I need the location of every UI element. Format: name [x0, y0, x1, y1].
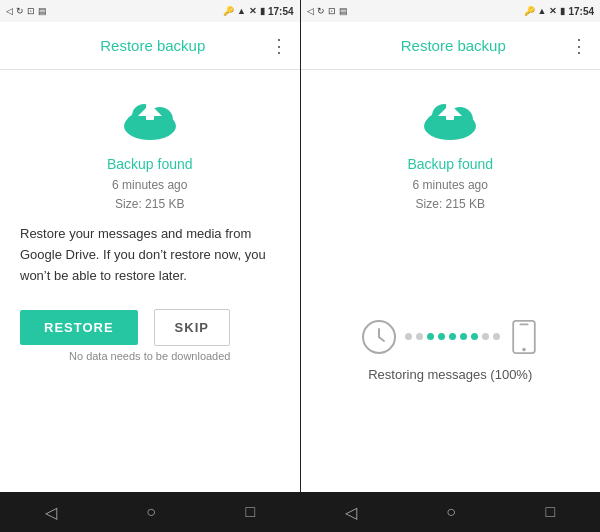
dot-4 [438, 333, 445, 340]
right-backup-size: Size: 215 KB [413, 195, 488, 214]
left-no-download-label: No data needs to be downloaded [20, 350, 280, 370]
right-refresh-icon: ↻ [317, 6, 325, 16]
left-actions: RESTORE SKIP [20, 297, 280, 350]
left-app-bar: Restore backup ⋮ [0, 22, 300, 70]
back-nav-icon: ◁ [6, 6, 13, 16]
right-back-nav[interactable]: ◁ [345, 503, 357, 522]
dot-2 [416, 333, 423, 340]
restore-button[interactable]: RESTORE [20, 310, 138, 345]
dot-3 [427, 333, 434, 340]
right-backup-found-label: Backup found [407, 156, 493, 172]
left-menu-icon[interactable]: ⋮ [270, 35, 288, 57]
signal-off-icon: ✕ [249, 6, 257, 16]
left-backup-found-label: Backup found [107, 156, 193, 172]
left-cloud-upload-icon [120, 94, 180, 144]
restoring-text: Restoring messages (100%) [368, 367, 532, 382]
left-backup-time: 6 minutes ago [112, 176, 187, 195]
right-cloud-upload-icon [420, 94, 480, 144]
dot-8 [482, 333, 489, 340]
left-phone-screen: ◁ ↻ ⊡ ▤ 🔑 ▲ ✕ ▮ 17:54 Restore backup ⋮ [0, 0, 300, 492]
history-icon [361, 319, 397, 355]
left-cloud-icon-wrap [120, 94, 180, 148]
left-back-nav[interactable]: ◁ [45, 503, 57, 522]
key-icon: 🔑 [223, 6, 234, 16]
right-key-icon: 🔑 [524, 6, 535, 16]
phone-icon: ▤ [38, 6, 47, 16]
image-icon: ⊡ [27, 6, 35, 16]
battery-icon: ▮ [260, 6, 265, 16]
right-content: Backup found 6 minutes ago Size: 215 KB [301, 70, 601, 492]
dot-6 [460, 333, 467, 340]
dot-7 [471, 333, 478, 340]
left-content: Backup found 6 minutes ago Size: 215 KB … [0, 70, 300, 492]
right-progress-row [361, 319, 540, 355]
left-recent-nav[interactable]: □ [246, 503, 256, 521]
right-home-nav[interactable]: ○ [446, 503, 456, 521]
left-home-nav[interactable]: ○ [146, 503, 156, 521]
left-status-bar: ◁ ↻ ⊡ ▤ 🔑 ▲ ✕ ▮ 17:54 [0, 0, 300, 22]
right-phone-icon: ▤ [339, 6, 348, 16]
right-phone-screen: ◁ ↻ ⊡ ▤ 🔑 ▲ ✕ ▮ 17:54 Restore backup ⋮ [300, 0, 601, 492]
right-backup-time: 6 minutes ago [413, 176, 488, 195]
right-recent-nav[interactable]: □ [546, 503, 556, 521]
bottom-nav-bars: ◁ ○ □ ◁ ○ □ [0, 492, 600, 532]
right-status-bar: ◁ ↻ ⊡ ▤ 🔑 ▲ ✕ ▮ 17:54 [301, 0, 601, 22]
right-signal-icon: ✕ [549, 6, 557, 16]
right-back-icon: ◁ [307, 6, 314, 16]
right-cloud-icon-wrap [420, 94, 480, 148]
left-backup-size: Size: 215 KB [112, 195, 187, 214]
left-time: 17:54 [268, 6, 294, 17]
svg-point-15 [522, 347, 526, 351]
left-restore-message: Restore your messages and media from Goo… [20, 224, 280, 286]
right-nav-bar: ◁ ○ □ [300, 492, 600, 532]
progress-dots [405, 333, 500, 340]
right-time: 17:54 [568, 6, 594, 17]
wifi-icon: ▲ [237, 6, 246, 16]
right-backup-meta: 6 minutes ago Size: 215 KB [413, 176, 488, 214]
right-app-title: Restore backup [337, 37, 571, 54]
dot-5 [449, 333, 456, 340]
dot-9 [493, 333, 500, 340]
right-img-icon: ⊡ [328, 6, 336, 16]
phone-device-icon [508, 319, 540, 355]
left-nav-bar: ◁ ○ □ [0, 492, 300, 532]
refresh-icon: ↻ [16, 6, 24, 16]
right-app-bar: Restore backup ⋮ [301, 22, 601, 70]
skip-button[interactable]: SKIP [154, 309, 230, 346]
left-backup-meta: 6 minutes ago Size: 215 KB [112, 176, 187, 214]
right-battery-icon: ▮ [560, 6, 565, 16]
dot-1 [405, 333, 412, 340]
right-menu-icon[interactable]: ⋮ [570, 35, 588, 57]
right-progress-area: Restoring messages (100%) [345, 224, 556, 492]
left-app-title: Restore backup [36, 37, 270, 54]
right-wifi-icon: ▲ [538, 6, 547, 16]
